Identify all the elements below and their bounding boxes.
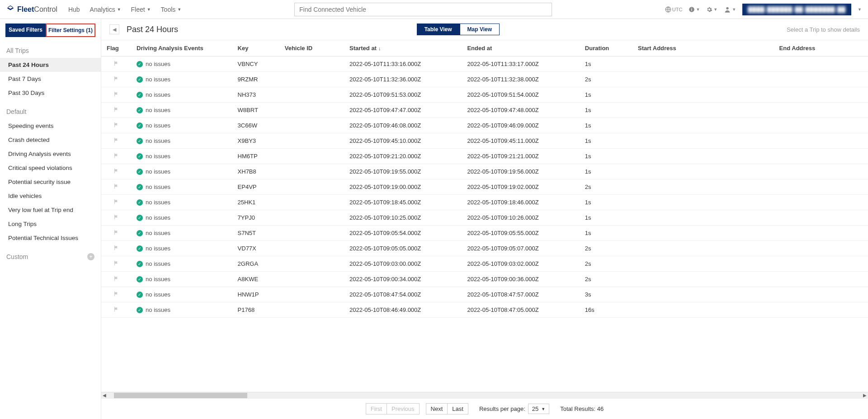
key-cell: 7YPJ0 bbox=[232, 210, 279, 226]
table-body: ✓no issuesVBNCY2022-05-10T11:33:16.000Z2… bbox=[101, 56, 868, 318]
horizontal-scrollbar[interactable]: ◀ ▶ bbox=[101, 392, 868, 398]
first-page-button[interactable]: First bbox=[366, 403, 387, 414]
sidebar-item-very-low-fuel-at-trip-end[interactable]: Very low fuel at Trip end bbox=[0, 203, 101, 217]
table-row[interactable]: ✓no issues25HK12022-05-10T09:18:45.000Z2… bbox=[101, 195, 868, 210]
table-row[interactable]: ✓no issues7YPJ02022-05-10T09:10:25.000Z2… bbox=[101, 210, 868, 226]
flag-cell[interactable] bbox=[101, 210, 131, 226]
user-menu[interactable]: ▼ bbox=[724, 6, 736, 13]
flag-cell[interactable] bbox=[101, 103, 131, 118]
table-row[interactable]: ✓no issuesS7N5T2022-05-10T09:05:54.000Z2… bbox=[101, 226, 868, 241]
settings-menu[interactable]: ▼ bbox=[706, 6, 717, 13]
table-row[interactable]: ✓no issuesVBNCY2022-05-10T11:33:16.000Z2… bbox=[101, 56, 868, 72]
flag-cell[interactable] bbox=[101, 241, 131, 256]
hint-text: Select a Trip to show details bbox=[787, 26, 860, 33]
prev-page-button[interactable]: Previous bbox=[387, 403, 420, 414]
duration-cell: 2s bbox=[580, 179, 632, 195]
scroll-left-arrow[interactable]: ◀ bbox=[101, 393, 108, 398]
table-row[interactable]: ✓no issues2GRGA2022-05-10T09:03:00.000Z2… bbox=[101, 256, 868, 272]
sidebar-item-speeding-events[interactable]: Speeding events bbox=[0, 119, 101, 133]
collapse-sidebar-button[interactable]: ◀ bbox=[109, 24, 119, 34]
col-driving-analysis-events[interactable]: Driving Analysis Events bbox=[131, 40, 232, 56]
timezone-selector[interactable]: UTC bbox=[665, 6, 683, 13]
account-badge[interactable]: ████ ██████ ██ ███████ ██ bbox=[742, 4, 851, 15]
vehicle-id-cell bbox=[279, 179, 344, 195]
col-key[interactable]: Key bbox=[232, 40, 279, 56]
table-row[interactable]: ✓no issues3C66W2022-05-10T09:46:08.000Z2… bbox=[101, 118, 868, 133]
table-row[interactable]: ✓no issuesX9BY32022-05-10T09:45:10.000Z2… bbox=[101, 133, 868, 149]
table-row[interactable]: ✓no issues9RZMR2022-05-10T11:32:36.000Z2… bbox=[101, 72, 868, 87]
sidebar-item-idle-vehicles[interactable]: Idle vehicles bbox=[0, 189, 101, 203]
flag-cell[interactable] bbox=[101, 118, 131, 133]
started-cell: 2022-05-10T09:18:45.000Z bbox=[344, 195, 462, 210]
sidebar-item-crash-detected[interactable]: Crash detected bbox=[0, 133, 101, 147]
caret-down-icon[interactable]: ▼ bbox=[858, 7, 862, 12]
col-duration[interactable]: Duration bbox=[580, 40, 632, 56]
sidebar-item-driving-analysis-events[interactable]: Driving Analysis events bbox=[0, 147, 101, 161]
flag-cell[interactable] bbox=[101, 256, 131, 272]
col-started-at[interactable]: Started at↓ bbox=[344, 40, 462, 56]
scroll-right-arrow[interactable]: ▶ bbox=[862, 393, 868, 398]
flag-cell[interactable] bbox=[101, 133, 131, 149]
flag-cell[interactable] bbox=[101, 164, 131, 179]
started-cell: 2022-05-10T08:47:54.000Z bbox=[344, 287, 462, 302]
table-row[interactable]: ✓no issuesXH7B82022-05-10T09:19:55.000Z2… bbox=[101, 164, 868, 179]
started-cell: 2022-05-10T09:51:53.000Z bbox=[344, 87, 462, 103]
flag-cell[interactable] bbox=[101, 272, 131, 287]
search-input[interactable] bbox=[294, 3, 552, 16]
flag-cell[interactable] bbox=[101, 195, 131, 210]
table-wrap[interactable]: FlagDriving Analysis EventsKeyVehicle ID… bbox=[101, 40, 868, 392]
rpp-value: 25 bbox=[532, 405, 538, 412]
sidebar-item-past-24-hours[interactable]: Past 24 Hours bbox=[0, 58, 101, 72]
flag-icon bbox=[113, 260, 119, 266]
col-flag[interactable]: Flag bbox=[101, 40, 131, 56]
nav-item-tools[interactable]: Tools▼ bbox=[161, 6, 182, 13]
info-menu[interactable]: i ▼ bbox=[689, 6, 700, 13]
sidebar-item-potential-technical-issues[interactable]: Potential Technical Issues bbox=[0, 231, 101, 245]
duration-cell: 16s bbox=[580, 302, 632, 318]
tab-filter-settings[interactable]: Filter Settings (1) bbox=[46, 24, 95, 37]
col-vehicle-id[interactable]: Vehicle ID bbox=[279, 40, 344, 56]
sidebar-item-past-7-days[interactable]: Past 7 Days bbox=[0, 72, 101, 86]
table-row[interactable]: ✓no issuesA8KWE2022-05-10T09:00:34.000Z2… bbox=[101, 272, 868, 287]
table-row[interactable]: ✓no issuesP17682022-05-10T08:46:49.000Z2… bbox=[101, 302, 868, 318]
flag-cell[interactable] bbox=[101, 287, 131, 302]
app-logo[interactable]: FleetControl bbox=[6, 5, 57, 14]
flag-cell[interactable] bbox=[101, 226, 131, 241]
next-page-button[interactable]: Next bbox=[426, 403, 448, 414]
table-row[interactable]: ✓no issuesW8BRT2022-05-10T09:47:47.000Z2… bbox=[101, 103, 868, 118]
rpp-select[interactable]: 25 ▼ bbox=[528, 404, 549, 414]
table-row[interactable]: ✓no issuesHNW1P2022-05-10T08:47:54.000Z2… bbox=[101, 287, 868, 302]
flag-cell[interactable] bbox=[101, 302, 131, 318]
table-row[interactable]: ✓no issuesHM6TP2022-05-10T09:21:20.000Z2… bbox=[101, 149, 868, 164]
flag-cell[interactable] bbox=[101, 56, 131, 72]
col-start-address[interactable]: Start Address bbox=[632, 40, 774, 56]
table-row[interactable]: ✓no issuesNH3732022-05-10T09:51:53.000Z2… bbox=[101, 87, 868, 103]
map-view-toggle[interactable]: Map View bbox=[460, 24, 500, 35]
caret-down-icon: ▼ bbox=[117, 7, 121, 12]
table-row[interactable]: ✓no issuesVD77X2022-05-10T09:05:05.000Z2… bbox=[101, 241, 868, 256]
sidebar-item-long-trips[interactable]: Long Trips bbox=[0, 217, 101, 231]
table-view-toggle[interactable]: Table View bbox=[417, 24, 460, 35]
flag-cell[interactable] bbox=[101, 149, 131, 164]
sidebar-item-potential-security-issue[interactable]: Potential security issue bbox=[0, 175, 101, 189]
col-ended-at[interactable]: Ended at bbox=[462, 40, 579, 56]
last-page-button[interactable]: Last bbox=[448, 403, 468, 414]
no-issues-label: no issues bbox=[146, 230, 170, 236]
check-circle-icon: ✓ bbox=[137, 199, 143, 206]
scroll-thumb[interactable] bbox=[114, 393, 247, 398]
flag-cell[interactable] bbox=[101, 179, 131, 195]
sidebar-item-critical-speed-violations[interactable]: Critical speed violations bbox=[0, 161, 101, 175]
scroll-track[interactable] bbox=[114, 393, 855, 398]
flag-cell[interactable] bbox=[101, 72, 131, 87]
add-custom-filter-button[interactable]: + bbox=[87, 253, 94, 260]
tab-saved-filters[interactable]: Saved Filters bbox=[5, 24, 46, 37]
flag-cell[interactable] bbox=[101, 87, 131, 103]
events-cell: ✓no issues bbox=[131, 256, 232, 272]
table-row[interactable]: ✓no issuesEP4VP2022-05-10T09:19:00.000Z2… bbox=[101, 179, 868, 195]
nav-item-analytics[interactable]: Analytics▼ bbox=[90, 6, 121, 13]
nav-item-hub[interactable]: Hub bbox=[68, 6, 80, 13]
col-end-address[interactable]: End Address bbox=[774, 40, 868, 56]
duration-cell: 1s bbox=[580, 118, 632, 133]
nav-item-fleet[interactable]: Fleet▼ bbox=[131, 6, 151, 13]
sidebar-item-past-30-days[interactable]: Past 30 Days bbox=[0, 86, 101, 100]
